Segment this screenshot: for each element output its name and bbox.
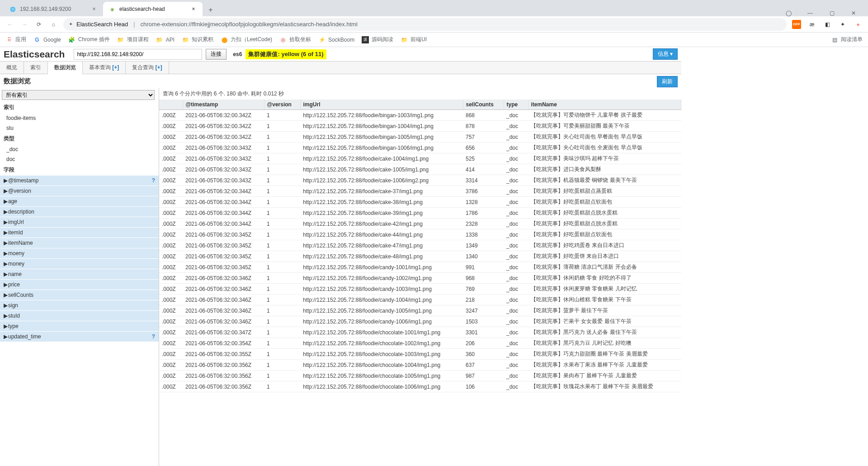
ext-icon[interactable]: ◧ <box>823 20 832 29</box>
home-icon[interactable]: ⌂ <box>49 20 58 29</box>
bookmark-item[interactable]: 📁知识累积 <box>182 36 213 43</box>
extensions-icon[interactable]: ✦ <box>838 20 847 29</box>
ext-icon[interactable]: OFF <box>792 20 801 29</box>
table-row[interactable]: .000Z2021-06-05T06:32:00.356Z1http://122… <box>159 360 681 371</box>
bookmark-item[interactable]: 🧩Chrome 插件 <box>68 36 110 43</box>
column-header[interactable]: type <box>504 100 528 110</box>
column-header[interactable]: @timestamp <box>183 100 264 110</box>
bookmark-item[interactable]: 📁API <box>156 36 175 43</box>
maximize-icon[interactable]: ▢ <box>826 10 837 16</box>
table-row[interactable]: .000Z2021-06-05T06:32:00.343Z1http://122… <box>159 153 681 164</box>
table-row[interactable]: .000Z2021-06-05T06:32:00.345Z1http://122… <box>159 229 681 240</box>
table-row[interactable]: .000Z2021-06-05T06:32:00.346Z1http://122… <box>159 305 681 316</box>
folder-icon: 📁 <box>156 36 163 43</box>
bookmark-item[interactable]: ⬤力扣（LeetCode) <box>221 36 272 43</box>
table-row[interactable]: .000Z2021-06-05T06:32:00.344Z1http://122… <box>159 186 681 197</box>
browser-tab-0[interactable]: 🌐 192.168.92.149:9200 × <box>4 2 103 16</box>
field-item[interactable]: ▶ price <box>0 280 159 290</box>
table-row[interactable]: .000Z2021-06-05T06:32:00.345Z1http://122… <box>159 251 681 262</box>
help-icon[interactable]: ? <box>152 333 155 340</box>
close-window-icon[interactable]: ✕ <box>848 10 859 16</box>
table-row[interactable]: .000Z2021-06-05T06:32:00.342Z1http://122… <box>159 121 681 132</box>
bookmark-item[interactable]: 📁项目课程 <box>117 36 149 43</box>
column-header[interactable] <box>159 100 183 110</box>
field-item[interactable]: ▶ itemId <box>0 228 159 238</box>
table-row[interactable]: .000Z2021-06-05T06:32:00.345Z1http://122… <box>159 262 681 273</box>
close-icon[interactable]: × <box>190 5 197 13</box>
bookmark-item[interactable]: ⚡SockBoom <box>318 36 354 43</box>
info-button[interactable]: 信息 ▾ <box>653 48 678 60</box>
sidebar-item[interactable]: foodie-items <box>0 113 159 123</box>
table-row[interactable]: .000Z2021-06-05T06:32:00.342Z1http://122… <box>159 132 681 143</box>
nav-tab[interactable]: 索引 <box>24 62 48 74</box>
table-row[interactable]: .000Z2021-06-05T06:32:00.345Z1http://122… <box>159 240 681 251</box>
nav-tab[interactable]: 复合查询 [+] <box>126 62 169 74</box>
field-item[interactable]: ▶ age <box>0 196 159 207</box>
table-row[interactable]: .000Z2021-06-05T06:32:00.343Z1http://122… <box>159 164 681 175</box>
profile-icon[interactable]: ● <box>854 20 863 29</box>
ext-icon[interactable]: æ <box>807 20 816 29</box>
table-row[interactable]: .000Z2021-06-05T06:32:00.346Z1http://122… <box>159 316 681 327</box>
apps-bookmark[interactable]: ⠿应用 <box>5 36 26 43</box>
bookmark-item[interactable]: 📁前端UI <box>401 36 427 43</box>
table-row[interactable]: .000Z2021-06-05T06:32:00.346Z1http://122… <box>159 273 681 284</box>
column-header[interactable]: sellCounts <box>463 100 504 110</box>
field-item[interactable]: ▶ @timestamp? <box>0 176 159 186</box>
table-row[interactable]: .000Z2021-06-05T06:32:00.347Z1http://122… <box>159 327 681 338</box>
field-item[interactable]: ▶ sellCounts <box>0 290 159 300</box>
minimize-icon[interactable]: — <box>805 10 816 16</box>
field-item[interactable]: ▶ type <box>0 321 159 332</box>
table-row[interactable]: .000Z2021-06-05T06:32:00.343Z1http://122… <box>159 175 681 186</box>
triangle-icon: ▶ <box>4 177 8 184</box>
sidebar-item[interactable]: stu <box>0 123 159 133</box>
table-row[interactable]: .000Z2021-06-05T06:32:00.355Z1http://122… <box>159 349 681 360</box>
help-icon[interactable]: ? <box>152 177 155 184</box>
column-header[interactable]: itemName <box>528 100 681 110</box>
bookmark-item[interactable]: ◎拾取坐标 <box>279 36 311 43</box>
account-icon[interactable]: ◯ <box>783 10 794 16</box>
field-item[interactable]: ▶ money <box>0 259 159 269</box>
connect-button[interactable]: 连接 <box>206 49 226 60</box>
column-header[interactable]: imgUrl <box>300 100 463 110</box>
omnibox[interactable]: ✦ ElasticSearch Head | chrome-extension:… <box>63 18 787 31</box>
cluster-health: 集群健康值: yellow (6 of 11) <box>245 49 326 59</box>
table-row[interactable]: .000Z2021-06-05T06:32:00.356Z1http://122… <box>159 381 681 392</box>
field-item[interactable]: ▶ @version <box>0 186 159 196</box>
table-row[interactable]: .000Z2021-06-05T06:32:00.343Z1http://122… <box>159 143 681 153</box>
close-icon[interactable]: × <box>90 5 98 13</box>
refresh-button[interactable]: 刷新 <box>657 76 678 87</box>
reading-list[interactable]: ▤阅读清单 <box>831 36 863 43</box>
sidebar-item[interactable]: _doc <box>0 144 159 154</box>
sidebar-item[interactable]: doc <box>0 154 159 164</box>
index-select[interactable]: 所有索引 <box>2 90 155 100</box>
bookmark-item[interactable]: 源源码阅读 <box>362 36 393 43</box>
field-item[interactable]: ▶ description <box>0 207 159 217</box>
nav-tab[interactable]: 数据浏览 <box>48 62 83 74</box>
nav-tab[interactable]: 概览 <box>0 62 24 74</box>
new-tab-button[interactable]: + <box>204 4 217 16</box>
field-item[interactable]: ▶ moeny <box>0 248 159 259</box>
table-row[interactable]: .000Z2021-06-05T06:32:00.346Z1http://122… <box>159 284 681 295</box>
bookmark-item[interactable]: GGoogle <box>33 36 61 43</box>
table-row[interactable]: .000Z2021-06-05T06:32:00.346Z1http://122… <box>159 295 681 305</box>
table-row[interactable]: .000Z2021-06-05T06:32:00.342Z1http://122… <box>159 110 681 121</box>
field-item[interactable]: ▶ stuId <box>0 311 159 321</box>
forward-icon[interactable]: → <box>20 20 29 29</box>
column-header[interactable]: @version <box>264 100 300 110</box>
table-row[interactable]: .000Z2021-06-05T06:32:00.344Z1http://122… <box>159 197 681 208</box>
table-row[interactable]: .000Z2021-06-05T06:32:00.344Z1http://122… <box>159 219 681 229</box>
field-item[interactable]: ▶ imgUrl <box>0 217 159 228</box>
nav-tab[interactable]: 基本查询 [+] <box>83 62 126 74</box>
field-item[interactable]: ▶ sign <box>0 300 159 311</box>
field-item[interactable]: ▶ itemName <box>0 238 159 248</box>
table-row[interactable]: .000Z2021-06-05T06:32:00.354Z1http://122… <box>159 338 681 349</box>
browser-tab-1[interactable]: ◉ elasticsearch-head × <box>103 2 203 16</box>
reload-icon[interactable]: ⟳ <box>34 20 43 29</box>
back-icon[interactable]: ← <box>5 20 14 29</box>
table-row[interactable]: .000Z2021-06-05T06:32:00.344Z1http://122… <box>159 208 681 219</box>
results-grid[interactable]: @timestamp@versionimgUrlsellCountstypeit… <box>159 100 681 466</box>
field-item[interactable]: ▶ name <box>0 269 159 280</box>
table-row[interactable]: .000Z2021-06-05T06:32:00.356Z1http://122… <box>159 371 681 381</box>
connection-url-input[interactable] <box>74 49 202 60</box>
field-item[interactable]: ▶ updated_time? <box>0 332 159 342</box>
